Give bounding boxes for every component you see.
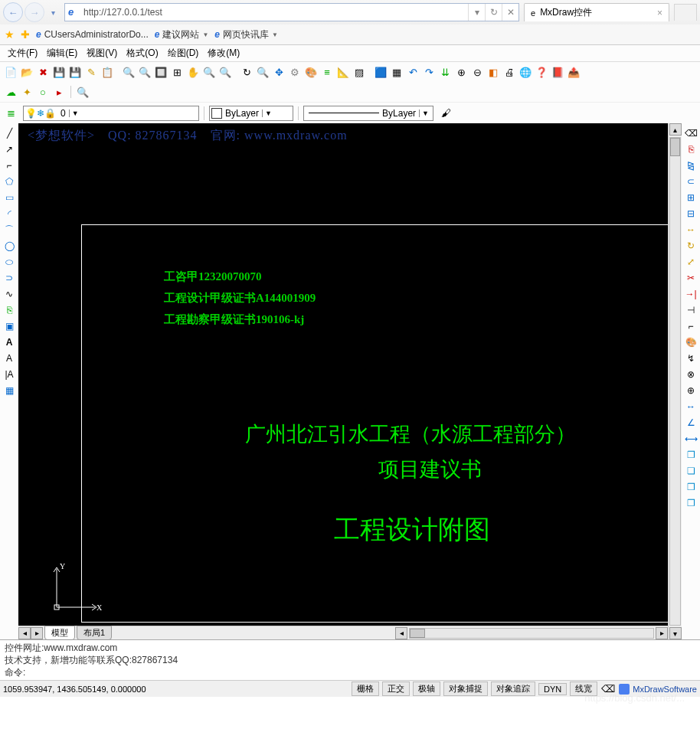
pline-icon[interactable]: ⌐ <box>2 159 16 172</box>
regen-icon[interactable]: ↻ <box>239 64 254 80</box>
open-icon[interactable]: 📂 <box>19 64 34 80</box>
color-icon[interactable]: 🟦 <box>373 64 388 80</box>
mirror-icon[interactable]: ⧎ <box>684 159 698 172</box>
rotate-icon[interactable]: ↻ <box>684 239 698 253</box>
array2-icon[interactable]: ⊟ <box>684 207 698 221</box>
layer-extra-icon[interactable]: ❐ <box>684 496 698 510</box>
fill-icon[interactable]: ▨ <box>352 64 367 80</box>
zoom-all-icon[interactable]: 🔍 <box>255 64 270 80</box>
status-polar[interactable]: 极轴 <box>413 682 440 696</box>
model-tab[interactable]: 模型 <box>44 626 75 640</box>
zoom-realtime-icon[interactable]: 🔍 <box>201 64 217 80</box>
menu-edit[interactable]: 编辑(E) <box>42 45 82 61</box>
ellipse-arc-icon[interactable]: ⊃ <box>2 271 16 285</box>
zoom-in-icon[interactable]: 🔍 <box>121 64 136 80</box>
arrow-down-icon[interactable]: ⇊ <box>437 64 453 80</box>
tab-scroll-right-icon[interactable]: ▸ <box>31 627 43 639</box>
edit-icon[interactable]: ✎ <box>83 64 99 80</box>
arc-icon[interactable]: ◜ <box>2 207 16 221</box>
extend-icon[interactable]: →| <box>684 287 698 301</box>
dim-h-icon[interactable]: ⟷ <box>684 432 698 446</box>
circle-tool-icon[interactable]: ○ <box>35 84 51 100</box>
ray-icon[interactable]: ↗ <box>2 142 16 156</box>
arc2-icon[interactable]: ⌒ <box>2 223 16 237</box>
hscroll-track[interactable] <box>409 628 654 639</box>
cloud-icon[interactable]: ☁ <box>3 84 18 100</box>
zoom-window-icon[interactable]: 🔲 <box>153 64 168 80</box>
address-bar[interactable]: e ▾ ↻ ✕ <box>64 3 519 21</box>
status-lwt[interactable]: 线宽 <box>570 682 597 696</box>
circle-icon[interactable]: ◯ <box>2 239 16 253</box>
tab-scroll-left-icon[interactable]: ◂ <box>18 627 31 639</box>
brush-icon[interactable]: 🖌 <box>438 106 453 121</box>
status-ortho[interactable]: 正交 <box>382 682 410 696</box>
vscroll-track[interactable] <box>669 137 681 626</box>
find-icon[interactable]: 🔍 <box>75 84 90 100</box>
back-button[interactable]: ← <box>3 2 23 22</box>
status-dyn[interactable]: DYN <box>538 683 567 695</box>
addr-dropdown[interactable]: ▾ <box>468 4 485 21</box>
text-a-icon[interactable]: A <box>2 335 16 349</box>
history-dropdown[interactable]: ▾ <box>46 5 60 19</box>
vscroll-down-icon[interactable]: ▾ <box>669 627 682 639</box>
fav-link-3[interactable]: e网页快讯库▼ <box>214 28 278 41</box>
new-tab-button[interactable] <box>674 4 697 21</box>
menu-file[interactable]: 文件(F) <box>3 45 42 61</box>
mtext-icon[interactable]: |A <box>2 368 16 381</box>
drawing-canvas[interactable]: <梦想软件> QQ: 827867134 官网: www.mxdraw.com … <box>18 123 668 626</box>
layer-paste-icon[interactable]: ❏ <box>684 464 698 478</box>
forward-button[interactable]: → <box>25 2 44 22</box>
edge-icon[interactable]: ↯ <box>684 351 698 365</box>
palette2-icon[interactable]: 🎨 <box>684 335 698 349</box>
layer-copy-icon[interactable]: ❐ <box>684 448 698 462</box>
favorites-icon[interactable]: ★ <box>5 28 15 41</box>
block-icon[interactable]: ▣ <box>2 319 16 333</box>
copy-icon[interactable]: 📋 <box>100 64 115 80</box>
saveas-icon[interactable]: 💾 <box>67 64 83 80</box>
close-tab-icon[interactable]: × <box>657 8 662 18</box>
dist-icon[interactable]: ↔ <box>684 400 698 413</box>
copy2-icon[interactable]: ⎘ <box>684 142 698 156</box>
grid2-icon[interactable]: ▦ <box>389 64 404 80</box>
angle-icon[interactable]: ∠ <box>684 416 698 430</box>
ellipse-icon[interactable]: ⬭ <box>2 255 16 269</box>
layers-icon[interactable]: ≡ <box>319 64 335 80</box>
status-otrack[interactable]: 对象追踪 <box>491 682 535 696</box>
erase-icon[interactable]: ⌫ <box>684 126 698 140</box>
linetype-combo[interactable]: ByLayer▼ <box>303 106 433 121</box>
menu-view[interactable]: 视图(V) <box>82 45 122 61</box>
fillet-icon[interactable]: ⌐ <box>684 319 698 333</box>
redo-icon[interactable]: ↷ <box>421 64 437 80</box>
save-icon[interactable]: 💾 <box>51 64 67 80</box>
new-icon[interactable]: 📄 <box>3 64 18 80</box>
browser-tab[interactable]: e MxDraw控件 × <box>524 3 669 21</box>
palette-icon[interactable]: 🎨 <box>303 64 319 80</box>
help-icon[interactable]: ❓ <box>534 64 549 80</box>
close-icon[interactable]: ✖ <box>35 64 51 80</box>
line-icon[interactable]: ╱ <box>2 126 16 140</box>
stop-button[interactable]: ✕ <box>502 4 518 21</box>
scale-icon[interactable]: ⤢ <box>684 255 698 269</box>
layer-del-icon[interactable]: ❒ <box>684 480 698 494</box>
tool-c-icon[interactable]: ◧ <box>486 64 501 80</box>
zoom-out-icon[interactable]: 🔍 <box>137 64 152 80</box>
status-osnap[interactable]: 对象捕捉 <box>443 682 488 696</box>
url-input[interactable] <box>83 7 468 18</box>
tool-y-icon[interactable]: ⊕ <box>684 384 698 397</box>
text-a2-icon[interactable]: A <box>2 351 16 365</box>
undo-icon[interactable]: ↶ <box>405 64 420 80</box>
add-favorite-icon[interactable]: ✚ <box>21 28 30 41</box>
vscroll-up-icon[interactable]: ▴ <box>669 123 682 136</box>
export-icon[interactable]: 📤 <box>566 64 581 80</box>
break-icon[interactable]: ⊣ <box>684 303 698 317</box>
measure-icon[interactable]: 📐 <box>335 64 351 80</box>
hscroll-thumb[interactable] <box>410 629 425 638</box>
status-grid[interactable]: 栅格 <box>352 682 379 696</box>
status-clear-icon[interactable]: ⌫ <box>600 682 616 697</box>
trim-icon[interactable]: ✂ <box>684 271 698 285</box>
vscroll-thumb[interactable] <box>670 138 680 156</box>
layer-manager-icon[interactable]: ≣ <box>3 106 18 121</box>
array-icon[interactable]: ⊞ <box>684 191 698 204</box>
move2-icon[interactable]: ↔ <box>684 223 698 237</box>
star-tool-icon[interactable]: ✦ <box>19 84 34 100</box>
